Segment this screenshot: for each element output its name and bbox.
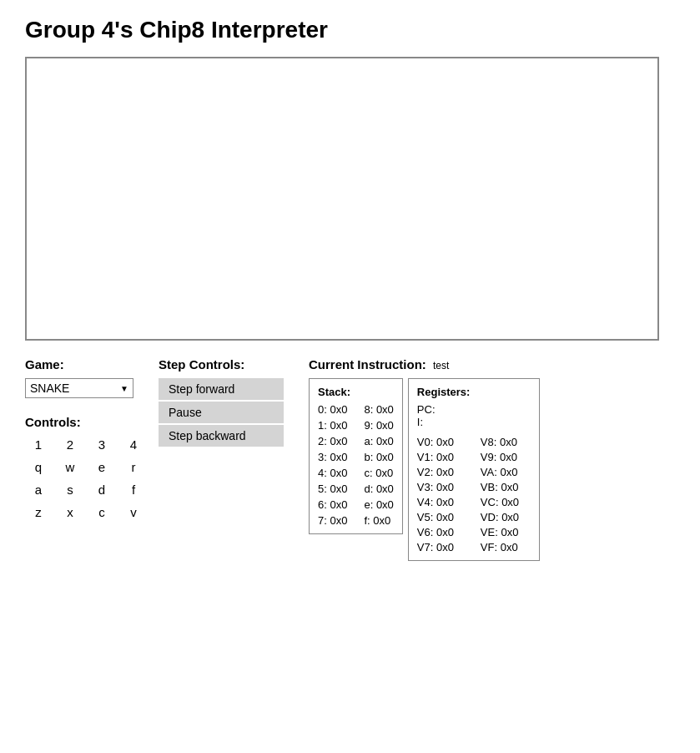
reg-i: I: — [417, 416, 531, 428]
stack-entry-b: b: 0x0 — [364, 451, 393, 463]
key-v: v — [123, 505, 144, 519]
reg-row-4: V4: 0x0 VC: 0x0 — [417, 496, 531, 508]
stack-entry-7: 7: 0x0 — [318, 514, 347, 527]
key-r: r — [123, 460, 144, 474]
key-s: s — [60, 483, 80, 497]
stack-entry-1: 1: 0x0 — [318, 419, 347, 432]
step-panel: Step Controls: Step forward Pause Step b… — [159, 357, 309, 447]
key-w: w — [60, 460, 80, 474]
reg-v9: V9: 0x0 — [481, 451, 531, 463]
reg-vf: VF: 0x0 — [481, 541, 531, 553]
stack-entry-2: 2: 0x0 — [318, 435, 347, 447]
reg-row-6: V6: 0x0 VE: 0x0 — [417, 526, 531, 538]
reg-v4: V4: 0x0 — [417, 496, 467, 508]
reg-row-7: V7: 0x0 VF: 0x0 — [417, 541, 531, 553]
reg-v1: V1: 0x0 — [417, 451, 467, 463]
game-select-wrapper[interactable]: SNAKE PONG TETRIS BRIX ▼ — [25, 378, 133, 398]
stack-entry-8: 8: 0x0 — [364, 403, 393, 416]
stack-columns: 0: 0x0 1: 0x0 2: 0x0 3: 0x0 4: 0x0 5: 0x… — [318, 403, 394, 527]
stack-col-2: 8: 0x0 9: 0x0 a: 0x0 b: 0x0 c: 0x0 d: 0x… — [364, 403, 393, 527]
stack-entry-c: c: 0x0 — [364, 467, 393, 479]
key-d: d — [92, 483, 112, 497]
current-instruction-label: Current Instruction: — [309, 357, 426, 371]
stack-entry-f: f: 0x0 — [364, 514, 393, 527]
registers-table: Registers: PC: I: V0: 0x0 V8: 0x0 V1: 0x… — [408, 378, 540, 561]
reg-v7: V7: 0x0 — [417, 541, 467, 553]
stack-entry-6: 6: 0x0 — [318, 498, 347, 511]
key-x: x — [60, 505, 80, 519]
game-select[interactable]: SNAKE PONG TETRIS BRIX — [30, 382, 117, 395]
key-4: 4 — [123, 437, 144, 452]
game-panel: Game: SNAKE PONG TETRIS BRIX ▼ Controls:… — [25, 357, 159, 519]
key-c: c — [92, 505, 112, 519]
stack-entry-5: 5: 0x0 — [318, 483, 347, 495]
chip8-display — [25, 57, 659, 341]
reg-v2: V2: 0x0 — [417, 466, 467, 478]
key-3: 3 — [92, 437, 112, 452]
stack-entry-d: d: 0x0 — [364, 483, 393, 495]
reg-v0: V0: 0x0 — [417, 436, 467, 448]
key-q: q — [28, 460, 48, 474]
stack-entry-e: e: 0x0 — [364, 498, 393, 511]
key-2: 2 — [60, 437, 80, 452]
reg-row-3: V3: 0x0 VB: 0x0 — [417, 481, 531, 493]
key-e: e — [92, 460, 112, 474]
reg-pc: PC: — [417, 403, 531, 416]
reg-row-1: V1: 0x0 V9: 0x0 — [417, 451, 531, 463]
reg-v8: V8: 0x0 — [481, 436, 531, 448]
key-f: f — [123, 483, 144, 497]
controls-label: Controls: — [25, 415, 159, 429]
bottom-section: Game: SNAKE PONG TETRIS BRIX ▼ Controls:… — [25, 357, 675, 561]
reg-row-5: V5: 0x0 VD: 0x0 — [417, 511, 531, 523]
reg-vd: VD: 0x0 — [481, 511, 531, 523]
reg-vc: VC: 0x0 — [481, 496, 531, 508]
stack-entry-3: 3: 0x0 — [318, 451, 347, 463]
page-title: Group 4's Chip8 Interpreter — [25, 17, 675, 43]
reg-pc-i: PC: I: — [417, 403, 531, 428]
step-backward-button[interactable]: Step backward — [159, 425, 284, 447]
tables-row: Stack: 0: 0x0 1: 0x0 2: 0x0 3: 0x0 4: 0x… — [309, 378, 675, 561]
reg-v6: V6: 0x0 — [417, 526, 467, 538]
stack-entry-a: a: 0x0 — [364, 435, 393, 447]
key-1: 1 — [28, 437, 48, 452]
current-instruction-header: Current Instruction: test — [309, 357, 675, 371]
reg-vb: VB: 0x0 — [481, 481, 531, 493]
stack-entry-4: 4: 0x0 — [318, 467, 347, 479]
stack-col-1: 0: 0x0 1: 0x0 2: 0x0 3: 0x0 4: 0x0 5: 0x… — [318, 403, 347, 527]
step-forward-button[interactable]: Step forward — [159, 378, 284, 400]
reg-row-0: V0: 0x0 V8: 0x0 — [417, 436, 531, 448]
game-label: Game: — [25, 357, 159, 371]
instruction-panel: Current Instruction: test Stack: 0: 0x0 … — [309, 357, 675, 561]
stack-entry-0: 0: 0x0 — [318, 403, 347, 416]
controls-section: Controls: 1 2 3 4 q w e r a s d f z x — [25, 415, 159, 519]
pause-button[interactable]: Pause — [159, 402, 284, 423]
reg-v5: V5: 0x0 — [417, 511, 467, 523]
reg-va: VA: 0x0 — [481, 466, 531, 478]
registers-content: PC: I: V0: 0x0 V8: 0x0 V1: 0x0 V9: 0x0 V… — [417, 403, 531, 553]
key-z: z — [28, 505, 48, 519]
registers-title: Registers: — [417, 386, 531, 398]
reg-v3: V3: 0x0 — [417, 481, 467, 493]
stack-title: Stack: — [318, 386, 394, 398]
controls-grid: 1 2 3 4 q w e r a s d f z x c v — [28, 437, 159, 519]
key-a: a — [28, 483, 48, 497]
step-buttons: Step forward Pause Step backward — [159, 378, 309, 447]
current-instruction-value: test — [433, 360, 449, 371]
step-controls-label: Step Controls: — [159, 357, 309, 371]
reg-row-2: V2: 0x0 VA: 0x0 — [417, 466, 531, 478]
stack-entry-9: 9: 0x0 — [364, 419, 393, 432]
select-arrow-icon: ▼ — [120, 384, 128, 393]
reg-ve: VE: 0x0 — [481, 526, 531, 538]
stack-table: Stack: 0: 0x0 1: 0x0 2: 0x0 3: 0x0 4: 0x… — [309, 378, 403, 534]
